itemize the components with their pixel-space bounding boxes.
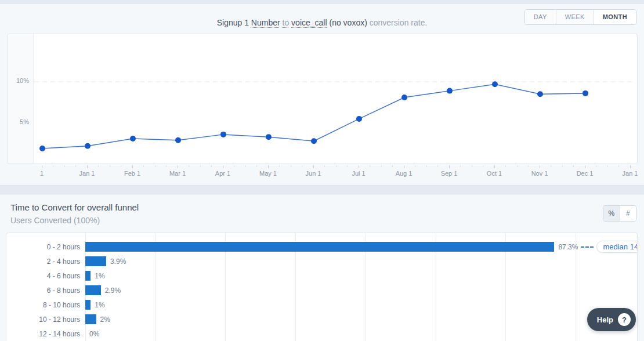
x-axis-minor-tick	[279, 165, 280, 167]
x-axis-tick	[404, 165, 404, 168]
x-axis-minor-tick	[370, 165, 370, 167]
x-axis-label: Nov 1	[516, 170, 563, 177]
x-axis-tick	[494, 165, 495, 168]
data-point[interactable]	[492, 81, 498, 87]
x-axis-minor-tick	[155, 165, 155, 167]
bar-value-label: 2.9%	[105, 286, 121, 295]
bar-row: 10 - 12 hours2%	[6, 312, 637, 327]
data-point[interactable]	[85, 143, 91, 149]
question-mark-icon: ?	[618, 313, 631, 326]
x-axis-minor-tick	[75, 165, 76, 167]
x-axis-minor-tick	[517, 165, 518, 167]
data-point[interactable]	[401, 95, 407, 100]
bar[interactable]	[85, 271, 91, 281]
x-axis-minor-tick	[211, 165, 212, 167]
x-axis-minor-tick	[336, 165, 337, 167]
x-axis-label: Jan 1	[607, 170, 644, 177]
x-axis-minor-tick	[64, 165, 65, 167]
data-point[interactable]	[130, 136, 136, 142]
x-axis-tick	[449, 165, 450, 168]
x-axis-minor-tick	[528, 165, 529, 167]
bar-row: 6 - 8 hours2.9%	[6, 283, 637, 298]
granularity-month-button[interactable]: MONTH	[594, 10, 636, 24]
title-segment: (no voxox)	[327, 18, 370, 27]
granularity-day-button[interactable]: DAY	[525, 10, 556, 24]
data-point[interactable]	[266, 134, 272, 140]
x-axis-minor-tick	[166, 165, 167, 167]
x-axis-minor-tick	[562, 165, 563, 167]
data-point[interactable]	[39, 146, 45, 151]
title-segment: voice_call	[291, 18, 327, 27]
bar[interactable]	[85, 242, 554, 252]
x-axis-minor-tick	[392, 165, 393, 167]
x-axis-minor-tick	[426, 165, 427, 167]
bar[interactable]	[85, 285, 101, 295]
dashboard-page: Signup 1 Number to voice_call (no voxox)…	[0, 0, 644, 341]
x-axis-minor-tick	[505, 165, 506, 167]
x-axis-tick	[178, 165, 178, 168]
x-axis-minor-tick	[483, 165, 483, 167]
bar-row: 4 - 6 hours1%	[6, 269, 637, 283]
bar-value-label: 87.3%	[558, 243, 578, 251]
help-button[interactable]: Help ?	[587, 308, 636, 331]
x-axis-minor-tick	[607, 165, 608, 167]
x-axis-tick	[132, 165, 133, 168]
x-axis-minor-tick	[110, 165, 110, 167]
x-axis-label: Apr 1	[200, 170, 246, 177]
unit-number-button[interactable]: #	[620, 206, 636, 221]
x-axis-tick	[87, 165, 88, 168]
bar-category-label: 6 - 8 hours	[6, 286, 85, 295]
bar-value-label: 0%	[89, 330, 99, 338]
x-axis-label: Jul 1	[335, 170, 382, 177]
x-axis-tick	[540, 165, 540, 168]
x-axis-minor-tick	[551, 165, 551, 167]
x-axis-label: 1	[19, 170, 65, 177]
granularity-week-button[interactable]: WEEK	[556, 10, 594, 24]
unit-percent-button[interactable]: %	[603, 206, 620, 221]
x-axis-minor-tick	[256, 165, 257, 167]
x-axis-minor-tick	[437, 165, 438, 167]
time-to-convert-panel: Time to Convert for overall funnel Users…	[0, 194, 644, 341]
x-axis-minor-tick	[143, 165, 144, 167]
x-axis-minor-tick	[245, 165, 246, 167]
bar-chart-rows: 0 - 2 hours87.3%median 14m2 - 4 hours3.9…	[6, 240, 637, 341]
bar-row: 12 - 14 hours0%	[6, 327, 637, 341]
x-axis-minor-tick	[200, 165, 201, 167]
conversion-rate-panel: Signup 1 Number to voice_call (no voxox)…	[0, 4, 644, 186]
section-title: Time to Convert for overall funnel	[10, 202, 139, 212]
data-point[interactable]	[583, 90, 588, 96]
bar-row: 0 - 2 hours87.3%median 14m	[6, 240, 637, 254]
x-axis-minor-tick	[324, 165, 325, 167]
data-point[interactable]	[537, 91, 543, 97]
bar-value-label: 2%	[100, 315, 110, 324]
bar[interactable]	[85, 300, 91, 310]
bar-row: 8 - 10 hours1%	[6, 298, 637, 312]
x-axis-tick	[359, 165, 359, 168]
bar[interactable]	[85, 256, 106, 266]
x-axis-minor-tick	[53, 165, 53, 167]
data-point[interactable]	[175, 137, 181, 143]
x-axis-label: May 1	[245, 170, 291, 177]
x-axis-label: Oct 1	[471, 170, 518, 177]
data-point[interactable]	[356, 116, 362, 122]
bar-category-label: 12 - 14 hours	[6, 330, 85, 338]
bar-category-label: 10 - 12 hours	[6, 315, 85, 324]
bar-value-label: 1%	[95, 272, 104, 280]
data-point[interactable]	[447, 88, 453, 94]
x-axis-label: Sep 1	[426, 170, 472, 177]
title-segment: conversion rate.	[370, 18, 428, 27]
unit-toggle: %#	[603, 205, 636, 222]
data-point[interactable]	[311, 138, 317, 144]
bar-category-label: 2 - 4 hours	[6, 257, 85, 266]
x-axis-minor-tick	[234, 165, 234, 167]
bar-row: 2 - 4 hours3.9%	[6, 254, 637, 269]
x-axis: 1Jan 1Feb 1Mar 1Apr 1May 1Jun 1Jul 1Aug …	[0, 165, 644, 182]
x-axis-tick	[313, 165, 314, 168]
x-axis-minor-tick	[347, 165, 348, 167]
x-axis-minor-tick	[415, 165, 415, 167]
bar[interactable]	[85, 314, 96, 324]
x-axis-tick	[223, 165, 223, 168]
section-subtitle: Users Converted (100%)	[10, 216, 100, 225]
title-segment: to	[283, 18, 290, 27]
data-point[interactable]	[220, 132, 226, 137]
